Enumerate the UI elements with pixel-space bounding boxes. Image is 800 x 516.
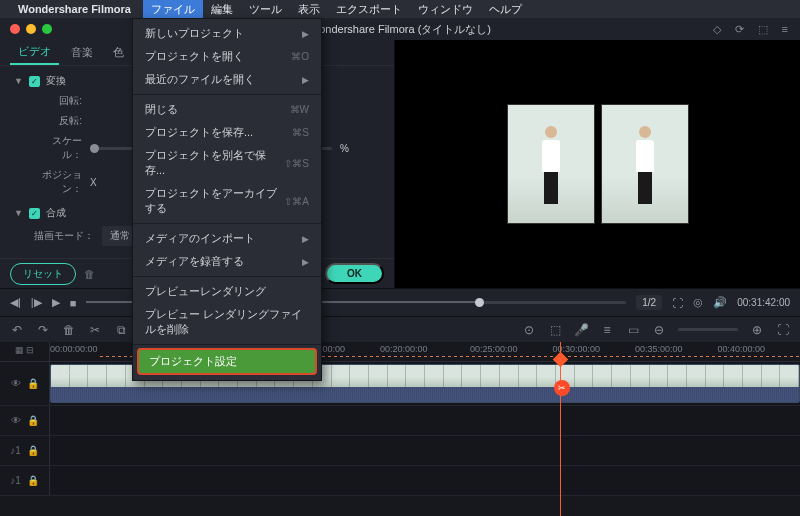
redo-icon[interactable]: ↷ xyxy=(36,323,50,337)
playback-bar: ◀| |▶ ▶ ■ 1/2 ⛶ ◎ 🔊 00:31:42:00 xyxy=(0,288,800,316)
audio-track-2: ♪1🔒 xyxy=(0,466,800,496)
playhead[interactable] xyxy=(560,342,561,516)
prev-button[interactable]: |▶ xyxy=(31,296,42,309)
notifications-icon[interactable]: ⟳ xyxy=(735,23,744,36)
submenu-arrow-icon: ▶ xyxy=(302,257,309,267)
window-title: Wondershare Filmora (タイトルなし) xyxy=(309,22,491,37)
menu-project-settings[interactable]: プロジェクト設定 xyxy=(137,348,317,375)
blendmode-label: 描画モード： xyxy=(34,229,94,243)
cut-icon[interactable]: ✂ xyxy=(88,323,102,337)
zoom-fit-icon[interactable]: ⛶ xyxy=(776,323,790,337)
record-icon[interactable]: ⬚ xyxy=(548,323,562,337)
undo-icon[interactable]: ↶ xyxy=(10,323,24,337)
ok-button[interactable]: OK xyxy=(325,263,384,284)
menu-view[interactable]: 表示 xyxy=(290,0,328,19)
position-x-label: X xyxy=(90,177,97,188)
menu-save-project-as[interactable]: プロジェクトを別名で保存...⇧⌘S xyxy=(133,144,321,182)
rotation-label: 回転: xyxy=(34,94,82,108)
submenu-arrow-icon: ▶ xyxy=(302,234,309,244)
delete-icon[interactable]: 🗑 xyxy=(62,323,76,337)
mic-icon[interactable]: 🎤 xyxy=(574,323,588,337)
video-track-1: 👁🔒 xyxy=(0,406,800,436)
lock-icon[interactable]: 🔒 xyxy=(27,415,39,426)
clip-title: オー... xyxy=(55,367,81,380)
settings-icon[interactable]: ≡ xyxy=(782,23,788,36)
ruler-tick: 00:40:00:00 xyxy=(718,344,766,354)
timeline: ▦ ⊟ 00:00:00:00 00:05:00:00 00:10:00:00 … xyxy=(0,342,800,516)
ruler-tick: 00:00:00:00 xyxy=(50,344,98,354)
preview-content xyxy=(507,104,689,224)
zoom-slider[interactable] xyxy=(678,328,738,331)
play-button[interactable]: ▶ xyxy=(52,296,60,309)
track-label: ♪1 xyxy=(10,445,21,456)
render-icon[interactable]: ▭ xyxy=(626,323,640,337)
playback-time: 00:31:42:00 xyxy=(737,297,790,308)
menu-help[interactable]: ヘルプ xyxy=(481,0,530,19)
timeline-ruler[interactable]: ▦ ⊟ 00:00:00:00 00:05:00:00 00:10:00:00 … xyxy=(0,342,800,362)
submenu-arrow-icon: ▶ xyxy=(302,29,309,39)
menu-import-media[interactable]: メディアのインポート▶ xyxy=(133,227,321,250)
track-manager-icon[interactable]: ▦ ⊟ xyxy=(0,342,49,355)
preview-panel xyxy=(395,40,800,288)
menu-edit[interactable]: 編集 xyxy=(203,0,241,19)
scale-label: スケール： xyxy=(34,134,82,162)
prev-frame-button[interactable]: ◀| xyxy=(10,296,21,309)
visibility-icon[interactable]: 👁 xyxy=(11,415,21,426)
lock-icon[interactable]: 🔒 xyxy=(27,445,39,456)
zoom-out-icon[interactable]: ⊖ xyxy=(652,323,666,337)
account-icon[interactable]: ◇ xyxy=(713,23,721,36)
zoom-in-icon[interactable]: ⊕ xyxy=(750,323,764,337)
menu-tools[interactable]: ツール xyxy=(241,0,290,19)
transform-checkbox[interactable]: ✓ xyxy=(29,76,40,87)
maximize-window-button[interactable] xyxy=(42,24,52,34)
menu-save-project[interactable]: プロジェクトを保存...⌘S xyxy=(133,121,321,144)
menu-window[interactable]: ウィンドウ xyxy=(410,0,481,19)
scale-value: % xyxy=(340,143,380,154)
video-track-2: 👁🔒 オー... xyxy=(0,362,800,406)
snapshot-icon[interactable]: ◎ xyxy=(693,296,703,309)
reset-button[interactable]: リセット xyxy=(10,263,76,285)
visibility-icon[interactable]: 👁 xyxy=(11,378,21,389)
tab-video[interactable]: ビデオ xyxy=(10,40,59,65)
menu-file[interactable]: ファイル xyxy=(143,0,203,19)
trash-icon[interactable]: 🗑 xyxy=(84,268,95,280)
copy-icon[interactable]: ⧉ xyxy=(114,323,128,337)
menu-open-recent[interactable]: 最近のファイルを開く▶ xyxy=(133,68,321,91)
minimize-window-button[interactable] xyxy=(26,24,36,34)
window-titlebar: Wondershare Filmora (タイトルなし) ◇ ⟳ ⬚ ≡ xyxy=(0,18,800,40)
window-controls xyxy=(0,24,52,34)
position-label: ポジション： xyxy=(34,168,82,196)
fullscreen-icon[interactable]: ⛶ xyxy=(672,297,683,309)
tab-color[interactable]: 色 xyxy=(105,41,132,64)
volume-icon[interactable]: 🔊 xyxy=(713,296,727,309)
tab-audio[interactable]: 音楽 xyxy=(63,41,101,64)
menu-archive-project[interactable]: プロジェクトをアーカイブする⇧⌘A xyxy=(133,182,321,220)
help-icon[interactable]: ⬚ xyxy=(758,23,768,36)
preview-zoom-select[interactable]: 1/2 xyxy=(636,295,662,310)
preview-frame-left xyxy=(507,104,595,224)
chevron-down-icon[interactable]: ▼ xyxy=(14,208,23,218)
app-name[interactable]: Wondershare Filmora xyxy=(18,3,131,15)
cut-marker-icon[interactable]: ✂ xyxy=(554,380,570,396)
menu-record-media[interactable]: メディアを録音する▶ xyxy=(133,250,321,273)
close-window-button[interactable] xyxy=(10,24,20,34)
chevron-down-icon[interactable]: ▼ xyxy=(14,76,23,86)
lock-icon[interactable]: 🔒 xyxy=(27,378,39,389)
ruler-tick: 00:20:00:00 xyxy=(380,344,428,354)
mixer-icon[interactable]: ≡ xyxy=(600,323,614,337)
marker-icon[interactable]: ⊙ xyxy=(522,323,536,337)
menu-close[interactable]: 閉じる⌘W xyxy=(133,98,321,121)
ruler-tick: 00:25:00:00 xyxy=(470,344,518,354)
submenu-arrow-icon: ▶ xyxy=(302,75,309,85)
menu-open-project[interactable]: プロジェクトを開く⌘O xyxy=(133,45,321,68)
stop-button[interactable]: ■ xyxy=(70,297,77,309)
menu-delete-preview-render[interactable]: プレビュー レンダリングファイルを削除 xyxy=(133,303,321,341)
preview-frame-right xyxy=(601,104,689,224)
track-label: ♪1 xyxy=(10,475,21,486)
menu-new-project[interactable]: 新しいプロジェクト▶ xyxy=(133,22,321,45)
lock-icon[interactable]: 🔒 xyxy=(27,475,39,486)
menu-export[interactable]: エクスポート xyxy=(328,0,410,19)
menu-preview-render[interactable]: プレビューレンダリング xyxy=(133,280,321,303)
composite-checkbox[interactable]: ✓ xyxy=(29,208,40,219)
system-menubar: Wondershare Filmora ファイル 編集 ツール 表示 エクスポー… xyxy=(0,0,800,18)
